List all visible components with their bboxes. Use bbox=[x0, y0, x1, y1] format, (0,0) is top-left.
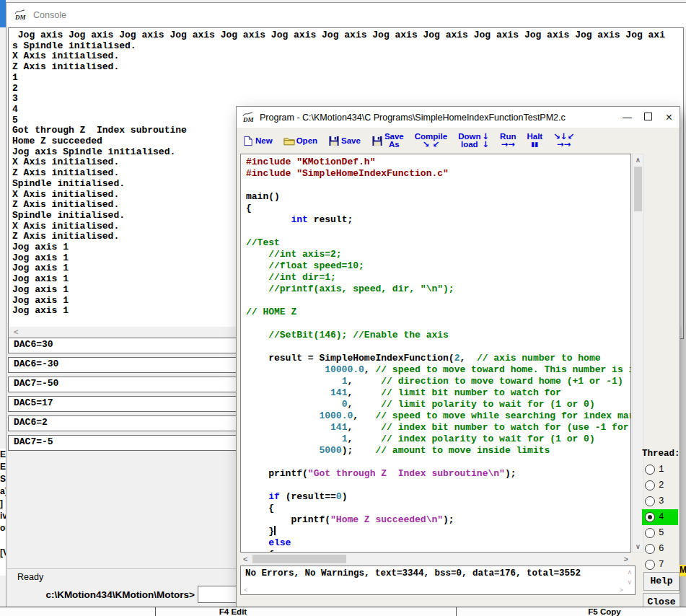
background-window-fragment: M bbox=[680, 565, 686, 576]
scroll-left-icon[interactable]: < bbox=[243, 553, 247, 565]
radio-icon bbox=[645, 512, 655, 522]
thread-radio-3[interactable]: 3 bbox=[642, 493, 678, 509]
fkey-divider bbox=[456, 607, 457, 616]
download-arrow-icon: ↓ bbox=[482, 141, 489, 149]
radio-icon bbox=[645, 560, 655, 570]
thread-radio-2[interactable]: 2 bbox=[642, 478, 678, 493]
save-button[interactable]: Save bbox=[328, 136, 361, 146]
code-line: { bbox=[246, 203, 630, 214]
close-window-button[interactable]: × bbox=[659, 107, 680, 128]
code-line bbox=[246, 180, 630, 191]
thread-options: 1234567 bbox=[642, 462, 678, 573]
new-label: New bbox=[255, 136, 273, 145]
thread-number: 1 bbox=[659, 465, 664, 475]
run-arrows-icon: →→ bbox=[500, 141, 516, 149]
code-line: { bbox=[246, 549, 630, 553]
help-button[interactable]: Help bbox=[643, 572, 680, 591]
code-line bbox=[246, 457, 630, 468]
code-line: // HOME Z bbox=[246, 307, 630, 318]
code-line: 1000.0, // speed to move while searching… bbox=[246, 410, 630, 422]
vscroll-thumb[interactable] bbox=[634, 167, 642, 211]
console-titlebar: DM Console bbox=[6, 3, 686, 27]
code-line: printf("Home Z succeeded\n"); bbox=[246, 514, 630, 526]
halt-button[interactable]: Halt ▮▮ bbox=[527, 133, 542, 149]
scroll-right-icon[interactable]: > bbox=[620, 586, 623, 594]
save-floppy-icon bbox=[328, 136, 340, 146]
download-button[interactable]: Down load ↓ ↓ bbox=[458, 133, 489, 149]
code-line: #include "KMotionDef.h" bbox=[246, 157, 630, 168]
code-line: } bbox=[246, 526, 630, 537]
code-line: 141, // index bit number to watch for (u… bbox=[246, 422, 630, 434]
new-file-icon bbox=[242, 136, 254, 146]
thread-radio-1[interactable]: 1 bbox=[642, 462, 678, 478]
run-button[interactable]: Run →→ bbox=[500, 133, 516, 149]
scroll-left-icon[interactable]: < bbox=[14, 327, 18, 336]
save-as-floppy-icon bbox=[371, 136, 383, 146]
scroll-right-icon[interactable]: > bbox=[624, 553, 628, 565]
code-line: { bbox=[246, 503, 630, 514]
compile-status-box[interactable]: No Errors, No Warnings, text=3344, bss=0… bbox=[240, 566, 636, 595]
scroll-down-icon[interactable]: ∨ bbox=[627, 578, 632, 586]
program-window: DM Program - C:\KMotion434\C Programs\Si… bbox=[236, 106, 680, 614]
code-line: 10000.0, // speed to move toward home. T… bbox=[246, 364, 630, 376]
thread-panel: Thread: 1234567 bbox=[642, 449, 678, 573]
step-arrows-icon: →→ bbox=[553, 141, 574, 149]
open-button[interactable]: Open bbox=[283, 136, 317, 146]
compile-button[interactable]: Compile ↘ ↙ bbox=[415, 133, 447, 149]
radio-icon bbox=[645, 496, 655, 506]
console-window-title: Console bbox=[33, 10, 66, 20]
scroll-left-icon[interactable]: < bbox=[244, 586, 247, 594]
code-area: #include "KMotionDef.h"#include "SimpleH… bbox=[246, 157, 630, 553]
thread-number: 5 bbox=[659, 528, 664, 538]
code-line bbox=[246, 318, 630, 330]
thread-number: 3 bbox=[659, 496, 664, 506]
fkey-bar: F4 Edit F5 Copy bbox=[0, 607, 686, 616]
scroll-up-icon[interactable]: ∧ bbox=[633, 154, 643, 165]
code-line: 141, // limit bit number to watch for bbox=[246, 387, 630, 399]
thread-radio-6[interactable]: 6 bbox=[642, 541, 678, 557]
radio-icon bbox=[645, 544, 655, 554]
save-as-label-2: As bbox=[384, 141, 404, 149]
code-line bbox=[246, 226, 630, 237]
scroll-up-icon[interactable]: ∧ bbox=[627, 568, 632, 576]
radio-icon bbox=[645, 465, 655, 475]
code-line: result = SimpleHomeIndexFunction(2, // a… bbox=[246, 353, 630, 364]
f4-edit-button[interactable]: F4 Edit bbox=[211, 607, 255, 616]
code-line: 0, // limit polarity to wait for (1 or 0… bbox=[246, 399, 630, 410]
f5-copy-button[interactable]: F5 Copy bbox=[581, 607, 628, 616]
radio-icon bbox=[645, 528, 655, 538]
code-line: //float speed=10; bbox=[246, 260, 630, 272]
program-titlebar[interactable]: DM Program - C:\KMotion434\C Programs\Si… bbox=[237, 107, 680, 128]
thread-radio-5[interactable]: 5 bbox=[642, 525, 678, 541]
thread-number: 2 bbox=[659, 480, 664, 490]
thread-radio-7[interactable]: 7 bbox=[642, 557, 678, 573]
code-line bbox=[246, 295, 630, 307]
code-line: //printf(axis, speed, dir, "\n"); bbox=[246, 283, 630, 295]
editor-hscrollbar[interactable]: < > bbox=[240, 553, 631, 565]
new-button[interactable]: New bbox=[242, 136, 273, 146]
code-line: //Test bbox=[246, 237, 630, 249]
code-line: 1, // direction to move toward home (+1 … bbox=[246, 376, 630, 387]
download-label-2: load bbox=[458, 141, 480, 149]
minimize-button[interactable]: — bbox=[617, 107, 638, 128]
maximize-button[interactable] bbox=[638, 107, 659, 128]
hscroll-thumb[interactable] bbox=[252, 555, 346, 563]
single-step-button[interactable]: ↘↓↙ →→ bbox=[553, 133, 574, 149]
dynomotion-app-icon: DM bbox=[242, 112, 255, 123]
code-line: main() bbox=[246, 191, 630, 203]
code-line: else bbox=[246, 537, 630, 549]
dynomotion-app-icon: DM bbox=[14, 9, 27, 21]
code-line: //int axis=2; bbox=[246, 249, 630, 260]
thread-radio-4[interactable]: 4 bbox=[642, 509, 678, 525]
command-prompt-label: c:\KMotion434\KMotion\Motors> bbox=[7, 589, 195, 600]
code-editor[interactable]: #include "KMotionDef.h"#include "SimpleH… bbox=[240, 154, 631, 553]
compile-status-text: No Errors, No Warnings, text=3344, bss=0… bbox=[241, 566, 635, 578]
code-line bbox=[246, 341, 630, 353]
code-line: 1, // index polarity to wait for (1 or 0… bbox=[246, 434, 630, 445]
save-as-button[interactable]: Save As bbox=[371, 133, 404, 149]
code-line: #include "SimpleHomeIndexFunction.c" bbox=[246, 168, 630, 180]
text-cursor bbox=[274, 526, 276, 535]
code-line bbox=[246, 480, 630, 491]
code-line: printf("Got through Z Index subroutine\n… bbox=[246, 468, 630, 480]
maximize-icon bbox=[644, 113, 652, 120]
